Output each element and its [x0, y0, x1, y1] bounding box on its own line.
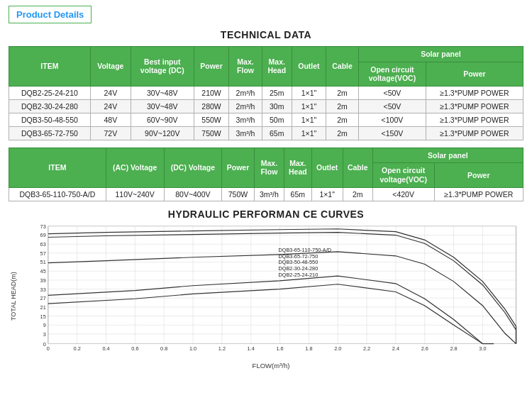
- svg-text:1.2: 1.2: [218, 346, 226, 352]
- col-item: ITEM: [9, 47, 91, 87]
- col-solar-panel: Solar panel: [358, 47, 523, 62]
- svg-text:39: 39: [40, 278, 46, 284]
- svg-text:3.0: 3.0: [479, 346, 486, 352]
- svg-text:DQB3-50-48-550: DQB3-50-48-550: [278, 260, 318, 265]
- svg-text:0.8: 0.8: [160, 346, 167, 352]
- table-row: DQB2-25-24-210 24V 30V~48V 210W 2m³/h 25…: [9, 86, 523, 99]
- svg-text:21: 21: [40, 305, 46, 311]
- table-row: DQB3-50-48-550 48V 60V~90V 550W 3m³/h 50…: [9, 113, 523, 126]
- svg-text:57: 57: [40, 251, 46, 257]
- table-row: DQB2-30-24-280 24V 30V~48V 280W 2m³/h 30…: [9, 99, 523, 113]
- svg-text:45: 45: [40, 269, 46, 274]
- svg-text:2.2: 2.2: [363, 346, 370, 352]
- col-solar-power: Power: [426, 62, 523, 86]
- svg-text:33: 33: [40, 287, 46, 292]
- chart-inner: 0 3 9 15 21 27 33 39 45 51 57 63 69 73 0: [18, 223, 523, 370]
- col-voc: Open circuitvoltage(VOC): [358, 62, 426, 86]
- svg-text:1.0: 1.0: [189, 346, 196, 352]
- main-content: TECHNICAL DATA ITEM Voltage Best inputvo…: [0, 29, 532, 370]
- svg-text:1.8: 1.8: [305, 346, 312, 352]
- table-row: DQB3-65-72-750 72V 90V~120V 750W 3m³/h 6…: [9, 126, 523, 140]
- svg-text:15: 15: [40, 313, 46, 319]
- svg-rect-0: [48, 226, 516, 343]
- col2-max-head: Max.Head: [284, 148, 312, 187]
- svg-text:73: 73: [40, 224, 46, 230]
- svg-text:1.4: 1.4: [248, 346, 255, 352]
- col2-ac-voltage: (AC) Voltage: [106, 148, 164, 187]
- col-outlet: Outlet: [292, 47, 326, 87]
- chart-container: TOTAL HEAD(m): [9, 223, 523, 370]
- col-cable: Cable: [326, 47, 359, 87]
- svg-text:0.4: 0.4: [102, 346, 109, 352]
- col2-power: Power: [222, 148, 254, 187]
- svg-text:0.6: 0.6: [131, 346, 138, 352]
- col2-item: ITEM: [9, 148, 106, 187]
- col-power: Power: [194, 47, 229, 87]
- col-max-flow: Max.Flow: [229, 47, 262, 87]
- svg-text:1.6: 1.6: [276, 346, 283, 352]
- svg-text:27: 27: [40, 296, 46, 301]
- technical-table-1: ITEM Voltage Best inputvoltage (DC) Powe…: [9, 46, 523, 140]
- col2-max-flow: Max.Flow: [254, 148, 284, 187]
- col-best-input: Best inputvoltage (DC): [131, 47, 194, 87]
- product-details-title: Product Details: [16, 9, 84, 20]
- col2-solar-power: Power: [434, 163, 523, 187]
- chart-title: HYDRAULIC PERFORMAN CE CURVES: [9, 209, 523, 220]
- col2-voc: Open circuitvoltage(VOC): [372, 163, 434, 187]
- col2-dc-voltage: (DC) Voltage: [164, 148, 222, 187]
- technical-table-2: ITEM (AC) Voltage (DC) Voltage Power Max…: [9, 148, 523, 201]
- svg-text:69: 69: [40, 233, 46, 238]
- svg-text:51: 51: [40, 260, 46, 265]
- svg-text:DQB2-25-24-210: DQB2-25-24-210: [278, 272, 318, 278]
- x-axis-label: FLOW(m³/h): [18, 362, 523, 370]
- svg-text:2.0: 2.0: [334, 346, 341, 352]
- svg-text:9: 9: [43, 323, 46, 328]
- y-axis-label: TOTAL HEAD(m): [9, 223, 18, 370]
- col2-cable: Cable: [343, 148, 372, 187]
- col-max-head: Max.Head: [262, 47, 292, 87]
- product-details-header: Product Details: [9, 6, 92, 23]
- svg-text:2.4: 2.4: [392, 346, 399, 352]
- chart-section: HYDRAULIC PERFORMAN CE CURVES TOTAL HEAD…: [9, 209, 523, 370]
- svg-text:0.2: 0.2: [74, 346, 81, 352]
- svg-text:0: 0: [47, 346, 50, 352]
- svg-text:DQB2-30-24-280: DQB2-30-24-280: [278, 266, 318, 272]
- technical-data-title: TECHNICAL DATA: [9, 29, 523, 40]
- hydraulic-chart: 0 3 9 15 21 27 33 39 45 51 57 63 69 73 0: [18, 223, 523, 361]
- col-voltage: Voltage: [90, 47, 131, 87]
- svg-text:2.8: 2.8: [450, 346, 457, 352]
- svg-text:DQB3-65-110-750-A/D: DQB3-65-110-750-A/D: [278, 248, 331, 253]
- col2-outlet: Outlet: [311, 148, 343, 187]
- svg-text:DQB3-65-72-750: DQB3-65-72-750: [278, 254, 318, 260]
- table-row: DQB3-65-110-750-A/D 110V~240V 80V~400V 7…: [9, 187, 523, 201]
- svg-text:3: 3: [43, 332, 46, 338]
- svg-text:0: 0: [43, 341, 46, 347]
- svg-text:63: 63: [40, 242, 46, 248]
- col2-solar-panel: Solar panel: [372, 148, 523, 163]
- svg-text:2.6: 2.6: [421, 346, 428, 352]
